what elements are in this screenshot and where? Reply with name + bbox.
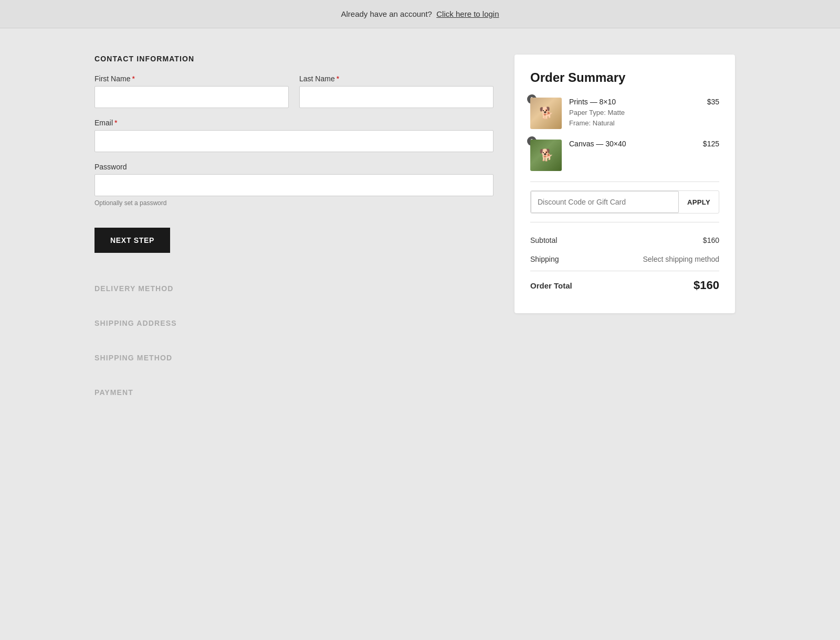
order-total-value: $160 xyxy=(694,279,719,292)
shipping-row: Shipping Select shipping method xyxy=(530,250,719,269)
last-name-group: Last Name* xyxy=(299,74,494,108)
first-name-input[interactable] xyxy=(94,86,289,108)
item-name-canvas: Canvas — 30×40 xyxy=(569,140,696,148)
order-item-prints: 1 🐕 Prints — 8×10 Paper Type: Matte Fram… xyxy=(530,98,719,129)
apply-button[interactable]: APPLY xyxy=(679,192,719,212)
item-name-prints: Prints — 8×10 xyxy=(569,98,700,106)
name-row: First Name* Last Name* xyxy=(94,74,494,108)
item-thumbnail-wrapper-canvas: 1 🐕 xyxy=(530,140,562,171)
last-name-input[interactable] xyxy=(299,86,494,108)
item-price-prints: $35 xyxy=(707,98,719,106)
item-meta-prints: Paper Type: Matte Frame: Natural xyxy=(569,108,700,128)
discount-input[interactable] xyxy=(531,191,679,213)
delivery-title: DELIVERY METHOD xyxy=(94,284,494,293)
shipping-address-title: SHIPPING ADDRESS xyxy=(94,319,494,327)
email-input[interactable] xyxy=(94,130,494,152)
shipping-address-section-header: SHIPPING ADDRESS xyxy=(94,319,494,327)
password-label: Password xyxy=(94,163,494,171)
order-summary-title: Order Summary xyxy=(530,70,719,85)
right-panel: Order Summary 1 🐕 Prints — 8×10 Paper Ty… xyxy=(514,55,735,313)
item-thumbnail-canvas: 🐕 xyxy=(530,140,562,171)
divider-1 xyxy=(530,182,719,182)
first-name-label: First Name* xyxy=(94,74,289,83)
item-thumbnail-prints: 🐕 xyxy=(530,98,562,129)
payment-title: PAYMENT xyxy=(94,388,494,397)
item-thumbnail-wrapper-prints: 1 🐕 xyxy=(530,98,562,129)
subtotal-row: Subtotal $160 xyxy=(530,231,719,250)
password-hint: Optionally set a password xyxy=(94,199,494,207)
password-input[interactable] xyxy=(94,174,494,196)
order-total-label: Order Total xyxy=(530,281,572,290)
item-details-canvas: Canvas — 30×40 xyxy=(569,140,696,150)
next-step-button[interactable]: NEXT STEP xyxy=(94,228,170,253)
email-label: Email* xyxy=(94,119,494,127)
email-group: Email* xyxy=(94,119,494,152)
left-panel: CONTACT INFORMATION First Name* Last Nam… xyxy=(94,55,494,397)
first-name-group: First Name* xyxy=(94,74,289,108)
payment-section-header: PAYMENT xyxy=(94,388,494,397)
subtotal-label: Subtotal xyxy=(530,236,557,244)
main-content: CONTACT INFORMATION First Name* Last Nam… xyxy=(0,28,840,423)
contact-section: CONTACT INFORMATION First Name* Last Nam… xyxy=(94,55,494,258)
order-total-row: Order Total $160 xyxy=(530,271,719,297)
subtotal-value: $160 xyxy=(703,236,719,244)
shipping-method-title: SHIPPING METHOD xyxy=(94,354,494,362)
shipping-label: Shipping xyxy=(530,255,559,263)
shipping-value: Select shipping method xyxy=(643,255,719,263)
contact-section-title: CONTACT INFORMATION xyxy=(94,55,494,63)
email-required: * xyxy=(114,119,117,127)
item-details-prints: Prints — 8×10 Paper Type: Matte Frame: N… xyxy=(569,98,700,128)
shipping-method-section-header: SHIPPING METHOD xyxy=(94,354,494,362)
item-price-canvas: $125 xyxy=(703,140,719,148)
account-prompt-text: Already have an account? xyxy=(341,9,432,18)
delivery-section-header: DELIVERY METHOD xyxy=(94,284,494,293)
divider-2 xyxy=(530,222,719,222)
login-link[interactable]: Click here to login xyxy=(436,9,499,18)
last-name-required: * xyxy=(337,74,339,83)
order-item-canvas: 1 🐕 Canvas — 30×40 $125 xyxy=(530,140,719,171)
first-name-required: * xyxy=(132,74,134,83)
order-summary: Order Summary 1 🐕 Prints — 8×10 Paper Ty… xyxy=(514,55,735,313)
last-name-label: Last Name* xyxy=(299,74,494,83)
discount-row: APPLY xyxy=(530,190,719,214)
top-bar: Already have an account? Click here to l… xyxy=(0,0,840,28)
password-group: Password Optionally set a password xyxy=(94,163,494,207)
